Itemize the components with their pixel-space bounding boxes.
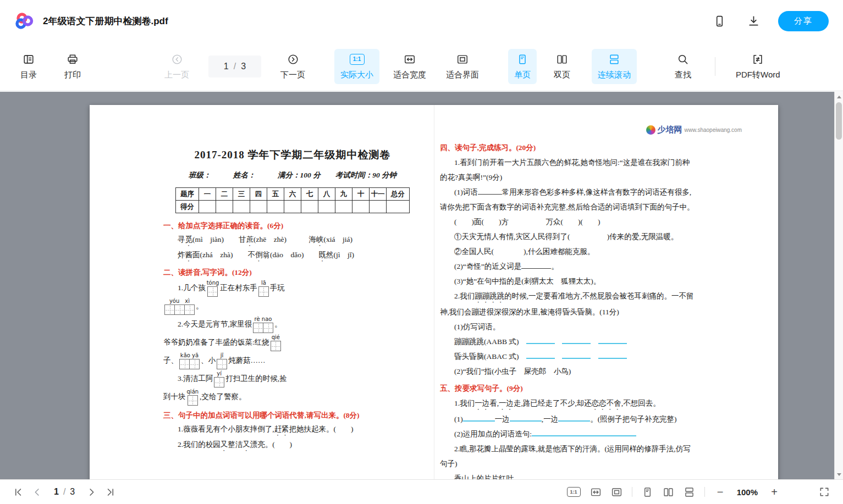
fill-in-blank bbox=[463, 414, 495, 422]
status-prev-page-button[interactable] bbox=[32, 487, 42, 497]
paper-line: (2)“奇怪”的近义词是。 bbox=[440, 259, 709, 274]
scroll-up-arrow[interactable] bbox=[835, 92, 843, 101]
document-viewport[interactable]: 2017-2018 学年下学期二年级期中检测卷 班级： 姓名： 满分：100 分… bbox=[0, 92, 843, 479]
paper-line: 的花?真美啊!”(9分) bbox=[440, 170, 709, 185]
single-page-button[interactable]: 单页 bbox=[508, 49, 537, 84]
page-indicator[interactable]: 1 / 3 bbox=[208, 56, 261, 77]
writing-grid: yí bbox=[214, 370, 224, 387]
statusbar-divider bbox=[704, 487, 705, 497]
continuous-scroll-button[interactable]: 连续滚动 bbox=[592, 49, 637, 84]
search-icon bbox=[677, 53, 689, 66]
paper-line: 2.瞧,那花瓣上晶莹的露珠,就是他洒下的汗滴。(运用同样的修辞手法,仿写 bbox=[440, 441, 709, 456]
paper-line: 香山上的片片红叶,。 bbox=[440, 471, 709, 479]
status-fit-width-button[interactable] bbox=[590, 486, 602, 498]
scrollbar-thumb[interactable] bbox=[836, 102, 842, 140]
writing-grid: qián bbox=[187, 389, 199, 406]
last-page-button[interactable] bbox=[105, 487, 115, 497]
writing-grid: tóng bbox=[207, 280, 219, 297]
fullscreen-button[interactable] bbox=[819, 486, 830, 497]
status-next-page-button[interactable] bbox=[86, 487, 97, 497]
actual-size-icon: 1:1 bbox=[567, 487, 581, 497]
next-page-button[interactable]: 下一页 bbox=[274, 49, 311, 84]
status-actual-size-button[interactable]: 1:1 bbox=[567, 487, 581, 497]
statusbar-divider bbox=[632, 487, 632, 497]
fit-width-icon bbox=[404, 53, 416, 66]
right-page-lines: 四、读句子,完成练习。(20分)1.看到门前开着一大片五颜六色的鲜花,她奇怪地问… bbox=[440, 140, 709, 479]
print-button[interactable]: 打印 bbox=[58, 49, 87, 84]
fill-in-blank bbox=[478, 187, 502, 195]
fill-in-blank bbox=[526, 352, 555, 359]
paper-line: 炸酱面(zhá zhà) 不倒翁(dāo dǎo) 既然(jì jǐ) bbox=[163, 248, 422, 263]
fit-page-icon bbox=[611, 486, 622, 498]
zoom-in-button[interactable]: + bbox=[768, 486, 780, 497]
paper-line: ①天灾无情人有情,灾区人民得到了( )传来的爱,无限温暖。 bbox=[440, 229, 709, 244]
brand-name: 少培网 bbox=[658, 125, 682, 135]
score-table-cell: 得分 bbox=[176, 201, 199, 213]
score-table-header-cell: 七 bbox=[301, 188, 318, 201]
fit-page-button[interactable]: 适合界面 bbox=[440, 49, 485, 84]
paper-line: (2)“我们”指(小虫子 屎壳郎 小鸟) bbox=[440, 364, 709, 379]
pdf-to-word-button[interactable]: PDF转Word bbox=[730, 49, 786, 84]
score-table-header-cell: 十一 bbox=[370, 188, 387, 201]
netdisk-logo-icon bbox=[14, 12, 35, 30]
status-double-page-button[interactable] bbox=[663, 486, 674, 498]
paper-line: 2.我们蹦蹦跳跳的时候,一定要看准地方,不然屁股会被苍耳刺痛的。一不留 bbox=[440, 289, 709, 304]
status-single-page-button[interactable] bbox=[642, 486, 653, 498]
score-table-cell bbox=[352, 201, 370, 213]
double-page-button[interactable]: 双页 bbox=[548, 49, 576, 84]
scroll-down-arrow[interactable] bbox=[835, 470, 843, 479]
find-button[interactable]: 查找 bbox=[669, 49, 697, 84]
paper-line: 1.我们一边看,一边走,路已经走了不少,却还恋恋不舍,不想回去。 bbox=[440, 396, 709, 412]
writing-grid: jī bbox=[217, 352, 227, 369]
score-table-header-cell: 一 bbox=[199, 188, 216, 201]
brand-watermark: 少培网 www.shaopeiwang.com bbox=[440, 124, 742, 136]
prev-page-button[interactable]: 上一页 bbox=[158, 49, 195, 84]
vertical-scrollbar[interactable] bbox=[834, 92, 843, 479]
page-total: 3 bbox=[241, 62, 246, 71]
single-page-icon bbox=[516, 53, 528, 66]
first-page-button[interactable] bbox=[13, 487, 24, 497]
share-button[interactable]: 分享 bbox=[778, 11, 829, 31]
actual-size-button[interactable]: 1:1 实际大小 bbox=[334, 49, 379, 84]
toc-button[interactable]: 目录 bbox=[14, 49, 43, 84]
status-fit-page-button[interactable] bbox=[611, 486, 622, 498]
chevron-right-icon bbox=[86, 487, 97, 497]
fit-width-button[interactable]: 适合宽度 bbox=[387, 49, 432, 84]
writing-grid: qié bbox=[271, 334, 281, 351]
first-page-icon bbox=[13, 487, 24, 497]
fill-in-blank bbox=[521, 262, 551, 269]
score-table-cell bbox=[250, 201, 267, 213]
writing-grid: rè nao bbox=[253, 316, 273, 333]
section-heading: 二、读拼音,写字词。(12分) bbox=[163, 265, 422, 279]
mobile-view-button[interactable] bbox=[710, 12, 729, 30]
paper-line: (1)词语常用来形容色彩多种多样,像这样含有数字的词语还有很多, bbox=[440, 185, 709, 200]
document-title: 2年级语文下册期中检测卷.pdf bbox=[43, 15, 168, 27]
zoom-level: 100% bbox=[737, 488, 758, 497]
zoom-out-button[interactable]: − bbox=[714, 486, 726, 497]
writing-grid: lā bbox=[258, 280, 269, 297]
paper-line: 1.薇薇看见有个小朋友摔倒了,赶紧把她扶起来。( ) bbox=[163, 422, 422, 437]
paper-line: 3.清洁工阿yí打扫卫生的时候,捡 bbox=[163, 370, 422, 388]
status-continuous-scroll-button[interactable] bbox=[684, 486, 695, 498]
score-table-header-cell: 八 bbox=[318, 188, 335, 201]
paper-line: 请你先把下面含有数字的词语补充完整,然后给合适的词语填到下面的句子中。 bbox=[440, 200, 709, 214]
shaopeiwang-logo-icon bbox=[646, 125, 655, 135]
section-heading: 三、句子中的加点词语可以用哪个词语代替,请写出来。(8分) bbox=[163, 408, 422, 422]
page-current: 1 bbox=[224, 62, 229, 71]
paper-line: 到十块qián,交给了警察。 bbox=[163, 388, 422, 406]
score-table-cell bbox=[216, 201, 233, 213]
score-table-cell bbox=[267, 201, 284, 213]
paper-line: (3)“她”在句中指的是(刺猬太太 狐狸太太)。 bbox=[440, 274, 709, 289]
score-table-header-cell: 九 bbox=[335, 188, 352, 201]
download-button[interactable] bbox=[744, 12, 763, 30]
score-table-cell bbox=[318, 201, 335, 213]
score-table-cell bbox=[370, 201, 387, 213]
brand-url: www.shaopeiwang.com bbox=[685, 127, 742, 133]
fill-in-blank bbox=[598, 352, 627, 359]
paper-line: 昏头昏脑(ABAC 式) bbox=[440, 349, 709, 364]
paper-line: 子、kǎo yā、小jī炖蘑菇…… bbox=[163, 352, 422, 370]
score-table-header-cell: 四 bbox=[250, 188, 267, 201]
viewer-toolbar: 目录 打印 上一页 1 / 3 下一页 1:1 实际大小 适合宽度 bbox=[0, 42, 843, 91]
writing-grid: kǎo yā bbox=[179, 352, 200, 369]
continuous-scroll-icon bbox=[684, 486, 695, 498]
